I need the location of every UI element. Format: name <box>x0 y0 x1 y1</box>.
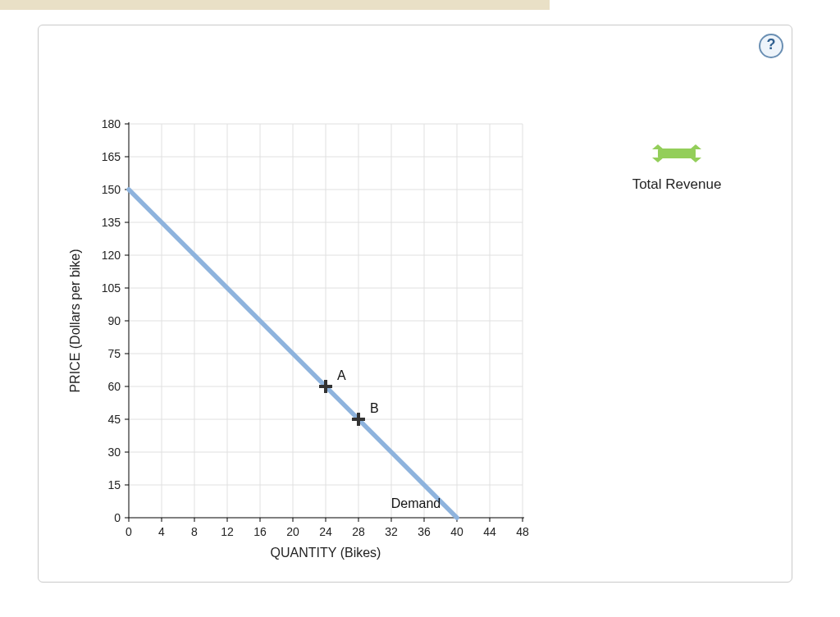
y-tick-label: 105 <box>102 281 121 295</box>
x-tick-label: 4 <box>158 525 165 538</box>
x-tick-label: 20 <box>286 525 299 538</box>
y-tick-label: 150 <box>102 183 121 196</box>
y-tick-label: 30 <box>107 446 121 459</box>
marker-b-label: B <box>370 401 379 415</box>
marker-a-label: A <box>337 368 346 382</box>
y-tick-label: 60 <box>107 380 121 393</box>
help-button[interactable]: ? <box>759 34 783 58</box>
chart-panel: ? Total Revenue 015304560759010512013515… <box>38 25 792 583</box>
x-tick-label: 28 <box>352 525 365 538</box>
svg-marker-1 <box>652 144 664 149</box>
y-tick-label: 165 <box>102 150 121 163</box>
x-axis-title: QUANTITY (Bikes) <box>271 546 381 560</box>
svg-marker-2 <box>690 144 701 149</box>
x-tick-label: 8 <box>191 525 198 538</box>
x-tick-label: 36 <box>418 525 431 538</box>
y-tick-label: 75 <box>107 347 121 360</box>
demand-chart: 0153045607590105120135150165180048121620… <box>55 99 564 575</box>
x-tick-label: 12 <box>221 525 234 538</box>
y-tick-label: 15 <box>107 478 121 491</box>
y-tick-label: 120 <box>102 249 121 262</box>
legend-swatch-icon <box>648 140 705 167</box>
page-header-strip <box>0 0 550 10</box>
x-tick-label: 48 <box>516 525 529 538</box>
y-tick-label: 180 <box>102 117 121 130</box>
y-tick-label: 90 <box>107 314 121 327</box>
x-tick-label: 24 <box>319 525 332 538</box>
x-tick-label: 40 <box>450 525 463 538</box>
x-tick-label: 32 <box>385 525 398 538</box>
y-tick-label: 135 <box>102 216 121 229</box>
demand-line-label: Demand <box>391 496 441 510</box>
svg-marker-4 <box>690 158 701 162</box>
x-tick-label: 0 <box>126 525 132 538</box>
x-tick-label: 44 <box>483 525 496 538</box>
y-tick-label: 0 <box>114 511 121 524</box>
x-tick-label: 16 <box>253 525 267 538</box>
y-axis-title: PRICE (Dollars per bike) <box>68 249 82 392</box>
legend-total-revenue-tool[interactable]: Total Revenue <box>619 140 734 193</box>
svg-marker-3 <box>652 158 664 162</box>
legend-label: Total Revenue <box>619 176 734 193</box>
svg-rect-0 <box>658 149 696 158</box>
y-tick-label: 45 <box>107 413 121 426</box>
